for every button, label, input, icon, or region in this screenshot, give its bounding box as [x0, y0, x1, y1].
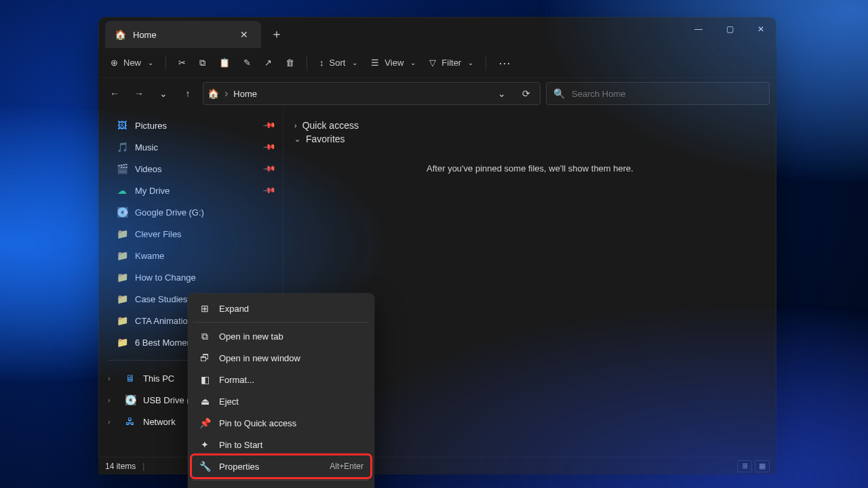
more-button[interactable]: ⋯	[493, 56, 517, 70]
context-menu-label: Properties	[219, 462, 259, 472]
view-button[interactable]: ☰ View ⌄	[366, 52, 421, 74]
cut-button[interactable]: ✂	[173, 52, 191, 74]
sidebar-item-label: Music	[135, 142, 158, 152]
thumbnails-view-button[interactable]: ▦	[755, 460, 770, 472]
newwin-icon: 🗗	[199, 352, 211, 363]
new-button[interactable]: ⊕ New ⌄	[105, 52, 159, 74]
sort-button[interactable]: ↕ Sort ⌄	[314, 52, 363, 74]
sidebar-item-label: My Drive	[135, 186, 170, 196]
section-label: Quick access	[302, 120, 359, 131]
chevron-down-icon: ⌄	[468, 59, 473, 66]
sidebar-item-label: Videos	[135, 164, 162, 174]
pin-icon: 📌	[199, 418, 211, 428]
sidebar-item[interactable]: 📁Clever Files	[104, 223, 280, 245]
format-icon: ◧	[199, 374, 211, 385]
sidebar-item[interactable]: ☁My Drive📌	[104, 180, 280, 201]
search-icon: 🔍	[553, 88, 565, 99]
address-bar[interactable]: 🏠 › Home ⌄ ⟳	[203, 82, 540, 105]
context-menu-item[interactable]: ⧉Open in new tab	[192, 325, 370, 347]
maximize-button[interactable]: ▢	[714, 17, 745, 41]
context-menu: ⊞Expand⧉Open in new tab🗗Open in new wind…	[188, 293, 374, 488]
window-controls: — ▢ ✕	[683, 17, 776, 48]
minimize-button[interactable]: —	[683, 17, 714, 41]
close-tab-button[interactable]: ✕	[234, 24, 254, 45]
sidebar-item-label: Clever Files	[135, 229, 182, 239]
share-button[interactable]: ↗	[259, 52, 277, 74]
details-view-button[interactable]: ≣	[737, 460, 752, 472]
sort-icon: ↕	[319, 58, 324, 68]
filter-button[interactable]: ▽ Filter ⌄	[424, 52, 479, 74]
separator	[486, 56, 486, 70]
copy-icon: ⧉	[199, 58, 205, 68]
paste-button[interactable]: 📋	[214, 52, 235, 74]
sidebar-item[interactable]: 🖼Pictures📌	[104, 115, 280, 136]
filter-label: Filter	[441, 58, 461, 68]
breadcrumb[interactable]: Home	[233, 89, 257, 99]
chevron-down-icon: ⌄	[352, 59, 357, 66]
history-dropdown[interactable]: ⌄	[154, 84, 173, 103]
context-menu-label: Expand	[219, 304, 249, 314]
file-explorer-window: 🏠 Home ✕ ＋ — ▢ ✕ ⊕ New ⌄ ✂ ⧉ 📋 ✎ ↗ 🗑 ↕ S…	[98, 17, 776, 474]
pinstart-icon: ✦	[199, 439, 211, 450]
rename-button[interactable]: ✎	[238, 52, 256, 74]
sidebar-item-label: Case Studies	[135, 294, 187, 304]
back-button[interactable]: ←	[105, 84, 124, 103]
context-menu-item[interactable]: ◧Format...	[192, 369, 370, 390]
pin-icon: 📌	[262, 119, 276, 132]
chevron-down-icon: ⌄	[410, 59, 416, 66]
section-favorites[interactable]: ⌄ Favorites	[294, 134, 766, 144]
refresh-button[interactable]: ⟳	[517, 84, 536, 103]
sidebar-item-label: Google Drive (G:)	[135, 207, 204, 218]
list-icon: ☰	[371, 58, 379, 68]
sidebar-item-label: Kwame	[135, 251, 164, 261]
separator	[165, 56, 166, 70]
search-box[interactable]: 🔍	[546, 82, 770, 105]
scissors-icon: ✂	[178, 58, 186, 68]
breadcrumb-separator: ›	[224, 87, 228, 100]
titlebar: 🏠 Home ✕ ＋ — ▢ ✕	[98, 17, 776, 48]
tab-title: Home	[133, 30, 157, 40]
view-label: View	[384, 58, 403, 68]
sidebar-item[interactable]: 🎵Music📌	[104, 136, 280, 158]
sort-label: Sort	[330, 58, 346, 68]
sidebar-item-label: Network	[143, 417, 176, 427]
copy-button[interactable]: ⧉	[194, 52, 211, 74]
sidebar-item[interactable]: 📁Kwame	[104, 245, 280, 266]
sidebar-item[interactable]: 🎬Videos📌	[104, 158, 280, 180]
context-menu-label: Pin to Quick access	[219, 418, 296, 428]
sidebar-item-label: This PC	[143, 373, 174, 384]
share-icon: ↗	[264, 58, 272, 68]
search-input[interactable]	[572, 89, 762, 99]
context-menu-label: Pin to Start	[219, 440, 262, 450]
context-menu-item[interactable]: ⤴Show more optionsShift+F10	[192, 483, 370, 488]
chevron-right-icon[interactable]: ›	[108, 396, 117, 404]
sidebar-item[interactable]: 💽Google Drive (G:)	[104, 201, 280, 223]
context-menu-item[interactable]: 🗗Open in new window	[192, 347, 370, 369]
new-tab-button[interactable]: ＋	[267, 24, 287, 44]
context-menu-item[interactable]: 🔧PropertiesAlt+Enter	[192, 455, 370, 477]
sidebar-item[interactable]: 📁How to Change	[104, 266, 280, 288]
home-icon: 🏠	[208, 88, 219, 99]
keyboard-shortcut: Alt+Enter	[330, 462, 363, 471]
divider	[193, 480, 369, 481]
section-label: Favorites	[306, 134, 345, 144]
forward-button[interactable]: →	[130, 84, 149, 103]
context-menu-item[interactable]: ✦Pin to Start	[192, 434, 370, 455]
section-quick-access[interactable]: › Quick access	[294, 120, 766, 131]
new-label: New	[123, 58, 141, 68]
chevron-right-icon[interactable]: ›	[108, 374, 117, 382]
active-tab[interactable]: 🏠 Home ✕	[105, 21, 261, 48]
context-menu-item[interactable]: ⊞Expand	[192, 298, 370, 319]
context-menu-label: Open in new tab	[219, 331, 283, 342]
chevron-down-icon: ⌄	[148, 59, 153, 66]
close-window-button[interactable]: ✕	[745, 17, 776, 41]
content-area: 🖼Pictures📌🎵Music📌🎬Videos📌☁My Drive📌💽Goog…	[98, 109, 776, 479]
context-menu-item[interactable]: 📌Pin to Quick access	[192, 412, 370, 434]
clipboard-icon: 📋	[219, 58, 230, 68]
address-chevron-down-icon[interactable]: ⌄	[492, 84, 511, 103]
plus-circle-icon: ⊕	[111, 58, 118, 68]
chevron-right-icon[interactable]: ›	[108, 418, 117, 426]
up-button[interactable]: ↑	[178, 84, 197, 103]
context-menu-item[interactable]: ⏏Eject	[192, 390, 370, 412]
delete-button[interactable]: 🗑	[280, 52, 300, 74]
